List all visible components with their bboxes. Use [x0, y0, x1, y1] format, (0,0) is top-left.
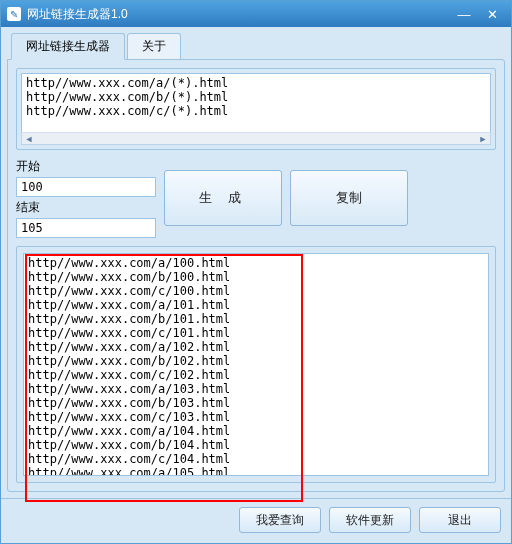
copy-button[interactable]: 复制: [290, 170, 408, 226]
output-textarea[interactable]: http//www.xxx.com/a/100.html http//www.x…: [23, 253, 489, 476]
minimize-button[interactable]: —: [451, 5, 477, 23]
titlebar[interactable]: ✎ 网址链接生成器1.0 — ✕: [1, 1, 511, 27]
update-button[interactable]: 软件更新: [329, 507, 411, 533]
template-hscrollbar[interactable]: ◄ ►: [21, 132, 491, 145]
tab-strip: 网址链接生成器 关于: [7, 33, 505, 59]
window-title: 网址链接生成器1.0: [27, 6, 449, 23]
generate-button[interactable]: 生 成: [164, 170, 282, 226]
tab-about[interactable]: 关于: [127, 33, 181, 59]
tab-body: http//www.xxx.com/a/(*).html http//www.x…: [7, 59, 505, 492]
end-label: 结束: [16, 199, 156, 216]
footer: 我爱查询 软件更新 退出: [1, 498, 511, 543]
scroll-track[interactable]: [36, 133, 476, 144]
range-column: 开始 结束: [16, 158, 156, 238]
controls-row: 开始 结束 生 成 复制: [16, 158, 496, 238]
scroll-left-icon[interactable]: ◄: [22, 133, 36, 144]
app-icon: ✎: [7, 7, 21, 21]
start-input[interactable]: [16, 177, 156, 197]
query-button[interactable]: 我爱查询: [239, 507, 321, 533]
template-textarea[interactable]: http//www.xxx.com/a/(*).html http//www.x…: [21, 73, 491, 133]
end-input[interactable]: [16, 218, 156, 238]
scroll-right-icon[interactable]: ►: [476, 133, 490, 144]
output-panel: http//www.xxx.com/a/100.html http//www.x…: [16, 246, 496, 483]
exit-button[interactable]: 退出: [419, 507, 501, 533]
close-button[interactable]: ✕: [479, 5, 505, 23]
template-panel: http//www.xxx.com/a/(*).html http//www.x…: [16, 68, 496, 150]
client-area: 网址链接生成器 关于 http//www.xxx.com/a/(*).html …: [1, 27, 511, 498]
start-label: 开始: [16, 158, 156, 175]
tab-generator[interactable]: 网址链接生成器: [11, 33, 125, 60]
app-window: ✎ 网址链接生成器1.0 — ✕ 网址链接生成器 关于 http//www.xx…: [0, 0, 512, 544]
spacer: [416, 158, 496, 238]
